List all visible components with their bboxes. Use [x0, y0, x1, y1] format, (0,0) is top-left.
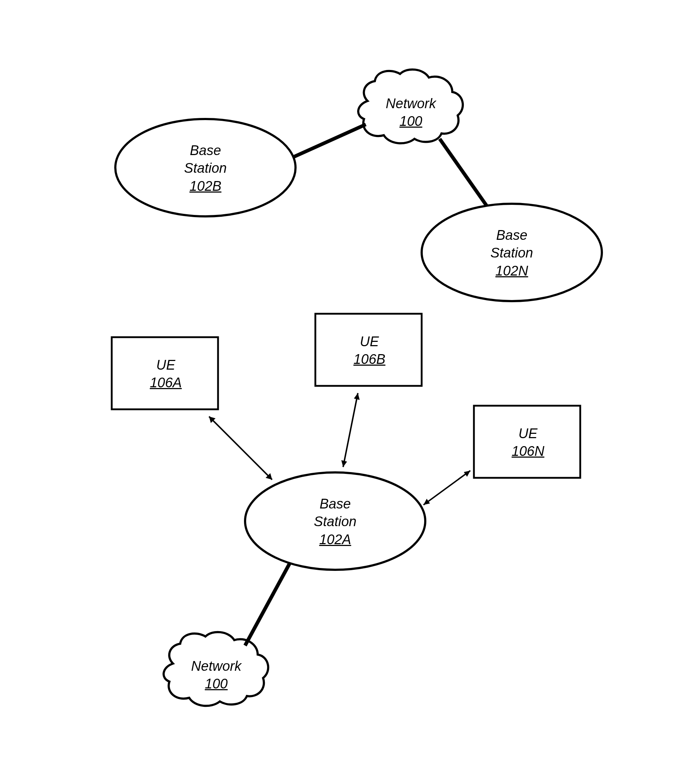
bs-102b-ref: 102B	[173, 178, 238, 195]
bs-102n-label-group: Base Station 102N	[479, 226, 544, 280]
bs-102a-label1: Base	[303, 495, 368, 513]
ue-106a-label-group: UE 106A	[137, 356, 195, 392]
ue-106n-ref: 106N	[499, 443, 557, 460]
ue-106b-ref: 106B	[340, 351, 398, 368]
bs-102n-label1: Base	[479, 226, 544, 244]
ue-106n-label-group: UE 106N	[499, 425, 557, 461]
bs-102b-label2: Station	[173, 160, 238, 177]
network-2-label-group: Network 100	[187, 657, 245, 693]
link-network1-bs102b	[294, 124, 366, 157]
network-1-ref: 100	[382, 112, 440, 130]
arrowhead-2b	[341, 460, 347, 467]
arrowhead-3a	[464, 471, 470, 477]
network-1-label: Network	[382, 95, 440, 112]
bs-102b-label1: Base	[173, 142, 238, 160]
arrow-ue106b-bs102a	[343, 393, 358, 467]
bs-102n-ref: 102N	[479, 262, 544, 280]
diagram-container: Network 100 Base Station 102B Base Stati…	[0, 0, 697, 784]
network-1-label-group: Network 100	[382, 95, 440, 130]
link-network2-bs102a	[245, 563, 290, 646]
arrowhead-3b	[424, 499, 430, 505]
network-2-label: Network	[187, 657, 245, 675]
bs-102a-ref: 102A	[303, 531, 368, 548]
arrow-ue106n-bs102a	[424, 471, 470, 505]
link-network1-bs102n	[440, 139, 487, 206]
ue-106b-label-group: UE 106B	[340, 333, 398, 369]
bs-102a-label2: Station	[303, 513, 368, 530]
ue-106n-label: UE	[499, 425, 557, 443]
arrow-ue106a-bs102a	[209, 417, 272, 479]
bs-102n-label2: Station	[479, 244, 544, 262]
network-2-ref: 100	[187, 675, 245, 693]
arrowhead-2a	[354, 393, 360, 400]
ue-106a-label: UE	[137, 356, 195, 374]
ue-106b-label: UE	[340, 333, 398, 351]
diagram-svg	[0, 0, 697, 784]
ue-106a-ref: 106A	[137, 374, 195, 392]
bs-102a-label-group: Base Station 102A	[303, 495, 368, 548]
bs-102b-label-group: Base Station 102B	[173, 142, 238, 195]
